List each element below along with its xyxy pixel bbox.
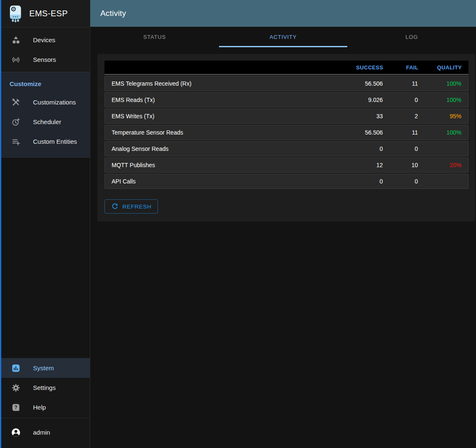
row-name: EMS Telegrams Received (Rx): [105, 80, 340, 87]
sidebar-item-label: Custom Entities: [33, 138, 77, 145]
row-fail: 0: [389, 145, 425, 152]
col-header-fail: FAIL: [390, 64, 425, 71]
activity-table: SUCCESS FAIL QUALITY EMS Telegrams Recei…: [104, 61, 468, 189]
row-fail: 11: [389, 80, 425, 87]
account-circle-icon: [11, 428, 21, 438]
sidebar-item-settings[interactable]: Settings: [0, 378, 90, 397]
sidebar-item-admin[interactable]: admin: [0, 423, 90, 442]
row-quality: 100%: [425, 97, 468, 103]
activity-card: SUCCESS FAIL QUALITY EMS Telegrams Recei…: [97, 54, 475, 221]
help-icon: ?: [11, 402, 21, 412]
tab-activity[interactable]: ACTIVITY: [219, 27, 348, 47]
construction-tools-icon: [11, 97, 21, 107]
sidebar-customize-group: Customize Customizations: [0, 72, 90, 158]
tab-bar: STATUS ACTIVITY LOG: [90, 27, 476, 47]
row-success: 12: [340, 162, 389, 168]
row-name: MQTT Publishes: [105, 162, 340, 168]
sidebar-item-sensors[interactable]: Sensors: [0, 50, 90, 69]
row-fail: 2: [389, 113, 425, 120]
row-name: Analog Sensor Reads: [105, 145, 340, 152]
playlist-add-icon: [11, 137, 21, 147]
main-content: Activity STATUS ACTIVITY LOG SUCCESS FAI…: [90, 0, 476, 448]
refresh-button-label: REFRESH: [122, 204, 151, 210]
gear-icon: [11, 383, 21, 393]
row-quality: 100%: [425, 80, 468, 87]
row-success: 9.026: [340, 97, 389, 103]
row-quality: 20%: [425, 162, 468, 168]
sidebar-item-label: System: [33, 364, 54, 372]
table-row: Analog Sensor Reads00: [104, 141, 468, 156]
sidebar-item-help[interactable]: ? Help: [0, 397, 90, 417]
appbar: Activity: [90, 0, 476, 27]
sidebar-item-custom-entities[interactable]: Custom Entities: [0, 132, 90, 151]
sidebar-item-label: Scheduler: [33, 118, 61, 125]
row-success: 33: [340, 113, 389, 120]
row-success: 56.506: [340, 129, 389, 136]
table-row: MQTT Publishes121020%: [104, 158, 468, 173]
sidebar-spacer: [0, 158, 90, 357]
sensors-tethering-icon: [11, 55, 21, 65]
row-fail: 0: [389, 97, 425, 103]
row-name: EMS Reads (Tx): [105, 97, 340, 103]
refresh-icon: [111, 203, 119, 210]
col-header-success: SUCCESS: [341, 64, 390, 71]
col-header-quality: QUALITY: [425, 64, 468, 71]
sidebar-item-label: Sensors: [33, 56, 56, 63]
sidebar-item-customizations[interactable]: Customizations: [0, 92, 90, 112]
row-fail: 11: [389, 129, 425, 136]
app-title: EMS-ESP: [29, 9, 68, 18]
sidebar-item-label: Devices: [33, 36, 55, 43]
table-row: EMS Telegrams Received (Rx)56.50611100%: [104, 76, 468, 91]
tab-log[interactable]: LOG: [347, 27, 476, 47]
app-logo-row: EMS-ESP: [0, 0, 90, 27]
sidebar-item-scheduler[interactable]: Scheduler: [0, 112, 90, 132]
row-fail: 10: [389, 162, 425, 168]
row-success: 0: [340, 178, 389, 185]
table-row: Temperature Sensor Reads56.50611100%: [104, 125, 468, 140]
table-body: EMS Telegrams Received (Rx)56.50611100%E…: [104, 76, 468, 189]
svg-text:?: ?: [14, 405, 17, 410]
sidebar-item-label: admin: [33, 429, 50, 436]
devices-category-icon: [11, 35, 21, 45]
customize-subheader: Customize: [0, 74, 90, 92]
page-title: Activity: [100, 9, 126, 18]
bar-chart-icon: [11, 363, 21, 373]
row-name: EMS Writes (Tx): [105, 113, 340, 120]
ems-esp-app: EMS-ESP Devices: [0, 0, 476, 448]
sidebar-item-devices[interactable]: Devices: [0, 30, 90, 50]
row-quality: 100%: [425, 129, 468, 136]
sidebar-item-label: Help: [33, 404, 46, 411]
sidebar-item-label: Settings: [33, 384, 56, 391]
sidebar-user-section: admin: [0, 418, 90, 448]
boiler-logo-icon: [8, 5, 23, 23]
table-row: API Calls00: [104, 174, 468, 189]
row-success: 0: [340, 145, 389, 152]
table-row: EMS Reads (Tx)9.0260100%: [104, 92, 468, 107]
row-success: 56.506: [340, 80, 389, 87]
table-header-row: SUCCESS FAIL QUALITY: [104, 61, 468, 75]
refresh-button[interactable]: REFRESH: [104, 199, 158, 214]
row-name: API Calls: [105, 178, 340, 185]
sidebar-item-label: Customizations: [33, 99, 76, 106]
sidebar-item-system[interactable]: System: [0, 358, 90, 378]
sidebar: EMS-ESP Devices: [0, 0, 90, 448]
sidebar-bottom-group: System: [0, 357, 90, 418]
window-left-edge: [0, 0, 1, 448]
table-row: EMS Writes (Tx)33295%: [104, 109, 468, 124]
row-name: Temperature Sensor Reads: [105, 129, 340, 136]
tab-status[interactable]: STATUS: [90, 27, 219, 47]
clock-plus-icon: [11, 117, 21, 127]
row-fail: 0: [389, 178, 425, 185]
row-quality: 95%: [425, 113, 468, 120]
sidebar-main-group: Devices Sensors: [0, 28, 90, 72]
